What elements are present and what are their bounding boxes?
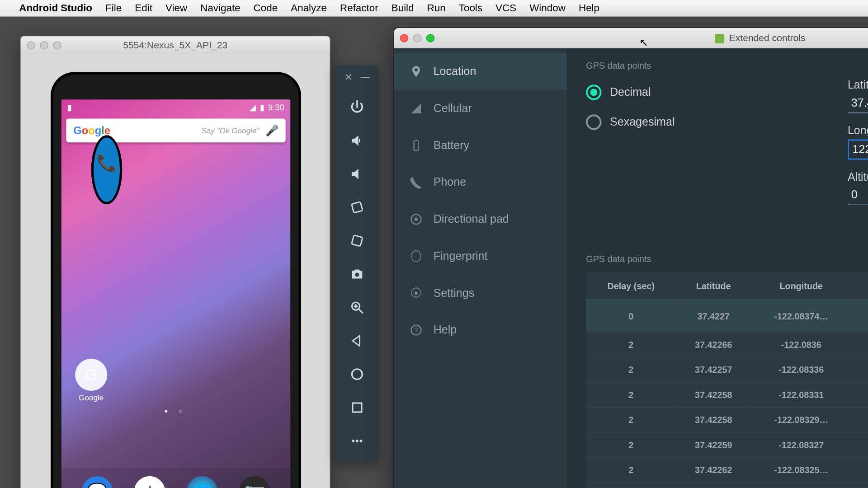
altitude-label: Altitude (meters) <box>848 170 868 183</box>
menu-vcs[interactable]: VCS <box>495 2 516 14</box>
battery-status-icon: ▮ <box>260 103 265 112</box>
cell-delay: 2 <box>586 432 676 457</box>
gps-section-title: GPS data points <box>586 60 868 70</box>
svg-text:?: ? <box>414 327 418 334</box>
menu-build[interactable]: Build <box>392 2 414 14</box>
table-row[interactable]: 237.42258-122.08329…0.0 <box>586 407 868 432</box>
menu-code[interactable]: Code <box>254 2 278 14</box>
ext-zoom-icon[interactable] <box>426 34 434 42</box>
cell-elev: 0.0 <box>852 382 868 407</box>
more-icon[interactable] <box>345 426 369 456</box>
google-folder-icon: G <box>75 359 107 391</box>
svg-point-19 <box>415 291 418 295</box>
menu-window[interactable]: Window <box>529 2 566 14</box>
nav-help-label: Help <box>434 324 457 337</box>
messages-app-icon[interactable]: 💬 <box>82 476 113 488</box>
col-delay[interactable]: Delay (sec) <box>586 272 676 300</box>
app-drawer-icon[interactable]: ⋮⋮⋮ <box>134 476 165 488</box>
longitude-input[interactable]: 122.0880 <box>848 140 868 160</box>
phone-frame: ▮ ◢ ▮ 9:30 Google Say "Ok Google" 🎤 G Go… <box>51 72 301 488</box>
table-row[interactable]: 037.4227-122.08374…0.0Directions from Go… <box>586 300 868 332</box>
back-icon[interactable] <box>345 326 369 356</box>
menu-run[interactable]: Run <box>427 2 446 14</box>
nav-settings-label: Settings <box>434 286 475 300</box>
latitude-input[interactable]: 37.4184 <box>848 94 868 113</box>
rotate-right-icon[interactable] <box>345 226 369 256</box>
nav-phone[interactable]: Phone <box>394 164 567 201</box>
col-elevation[interactable]: Elevation <box>852 272 868 300</box>
menu-analyze[interactable]: Analyze <box>291 2 327 14</box>
nav-cellular[interactable]: Cellular <box>394 90 567 127</box>
zoom-icon[interactable] <box>345 292 369 322</box>
cell-elev: 0.0 <box>852 357 868 382</box>
menu-view[interactable]: View <box>165 2 187 14</box>
camera-icon[interactable] <box>345 259 369 289</box>
cell-lon: -122.08336 <box>751 357 852 382</box>
svg-point-15 <box>356 440 359 442</box>
rotate-left-icon[interactable] <box>345 192 369 222</box>
col-latitude[interactable]: Latitude <box>676 272 751 300</box>
col-longitude[interactable]: Longitude <box>751 272 852 300</box>
radio-decimal[interactable]: Decimal <box>586 84 675 100</box>
nav-battery[interactable]: Battery <box>394 127 567 164</box>
radio-off-icon <box>586 114 601 130</box>
menu-refactor[interactable]: Refactor <box>340 2 378 14</box>
radio-sexagesimal[interactable]: Sexagesimal <box>586 114 675 130</box>
phone-app-icon[interactable]: 📞 <box>91 135 123 204</box>
nav-settings[interactable]: Settings <box>394 275 567 312</box>
cell-lat: 37.42258 <box>676 407 751 432</box>
extended-controls-window: Extended controls Location Cellular Batt… <box>393 28 868 488</box>
volume-down-icon[interactable] <box>345 159 369 189</box>
emu-minimize-icon[interactable] <box>40 41 48 49</box>
cell-elev: 0.0 <box>852 457 868 482</box>
home-icon[interactable] <box>345 359 369 389</box>
overview-icon[interactable] <box>345 393 369 422</box>
cell-lat: 37.4227 <box>676 300 751 332</box>
table-row[interactable]: 237.42259-122.083270.0 <box>586 432 868 457</box>
svg-point-7 <box>355 272 359 277</box>
android-app-icon <box>715 34 724 43</box>
browser-app-icon[interactable]: 🌐 <box>187 476 218 488</box>
longitude-field: Longitude 122.0880 <box>848 124 868 160</box>
cell-lon: -122.08331 <box>751 382 852 407</box>
nav-dpad-label: Directional pad <box>434 213 509 226</box>
volume-up-icon[interactable] <box>345 126 369 155</box>
ext-close-icon[interactable] <box>400 34 408 42</box>
power-icon[interactable] <box>345 92 369 122</box>
toolbar-close-icon[interactable]: ✕ <box>344 71 352 83</box>
altitude-input[interactable]: 0 <box>848 186 868 205</box>
cell-lon: -122.08325… <box>751 457 852 482</box>
table-row[interactable]: 237.42257-122.083360.0 <box>586 357 868 382</box>
table-row[interactable]: 237.42266-122.08360.0 <box>586 332 868 357</box>
camera-app-icon[interactable]: 📷 <box>239 476 270 488</box>
nav-fingerprint[interactable]: Fingerprint <box>394 238 567 275</box>
menu-tools[interactable]: Tools <box>459 2 482 14</box>
mic-icon[interactable]: 🎤 <box>265 124 278 137</box>
cell-elev: 0.0 <box>852 432 868 457</box>
toolbar-minimize-icon[interactable]: — <box>360 71 370 83</box>
radio-on-icon <box>586 84 601 100</box>
menu-help[interactable]: Help <box>579 2 599 14</box>
table-row[interactable]: 237.42262-122.08325…0.0 <box>586 457 868 482</box>
page-indicator: ● ○ <box>61 408 290 414</box>
nav-help[interactable]: ?Help <box>394 312 567 349</box>
extended-titlebar[interactable]: Extended controls <box>394 28 868 48</box>
app-name[interactable]: Android Studio <box>19 2 92 14</box>
nav-dpad[interactable]: Directional pad <box>394 201 567 238</box>
menu-edit[interactable]: Edit <box>135 2 152 14</box>
emu-zoom-icon[interactable] <box>53 41 61 49</box>
gps-table[interactable]: Delay (sec) Latitude Longitude Elevation… <box>586 272 868 488</box>
svg-rect-5 <box>352 202 363 213</box>
menu-file[interactable]: File <box>105 2 122 14</box>
emu-close-icon[interactable] <box>27 41 35 49</box>
menu-navigate[interactable]: Navigate <box>200 2 240 14</box>
cell-lat: 37.42262 <box>676 457 751 482</box>
nav-location[interactable]: Location <box>394 53 567 90</box>
google-folder[interactable]: G Google <box>72 359 110 402</box>
ext-minimize-icon[interactable] <box>413 34 421 42</box>
cell-lon: -122.08374… <box>751 300 852 332</box>
emulator-titlebar[interactable]: 5554:Nexus_5X_API_23 <box>21 36 330 54</box>
extended-content: GPS data points Decimal Sexagesimal Lati… <box>567 48 868 488</box>
phone-screen[interactable]: ▮ ◢ ▮ 9:30 Google Say "Ok Google" 🎤 G Go… <box>61 99 290 488</box>
table-row[interactable]: 237.42258-122.083310.0 <box>586 382 868 407</box>
